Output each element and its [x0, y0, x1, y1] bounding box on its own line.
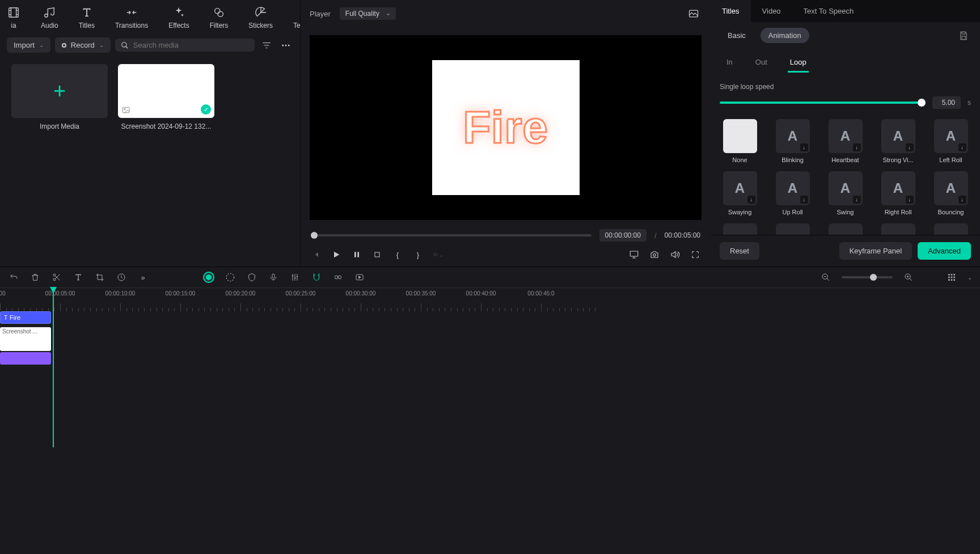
timeline-tracks[interactable]: T Fire Screenshot ...: [0, 311, 980, 425]
nav-audio[interactable]: Audio: [39, 5, 61, 31]
mark-out-button[interactable]: }: [413, 249, 423, 260]
animation-tile: A↓: [829, 171, 863, 205]
zoom-thumb[interactable]: [870, 274, 877, 281]
thumbnail-view-button[interactable]: [946, 272, 957, 283]
auto-ripple-toggle[interactable]: [203, 272, 214, 283]
save-preset-button[interactable]: [956, 28, 971, 43]
nav-filters[interactable]: Filters: [208, 5, 231, 31]
color-button[interactable]: [225, 272, 236, 283]
aspect-dropdown[interactable]: ⌄: [433, 249, 443, 260]
volume-button[interactable]: [670, 249, 680, 260]
title-clip[interactable]: T Fire: [0, 311, 51, 324]
preview-area[interactable]: Fire: [310, 35, 702, 220]
display-button[interactable]: [629, 249, 639, 260]
animation-tile: A↓: [934, 119, 968, 153]
animation-item[interactable]: A↓Down Roll: [771, 223, 814, 235]
animation-item[interactable]: A↓Left Roll: [930, 119, 972, 163]
tab-video[interactable]: Video: [751, 0, 792, 22]
speed-slider[interactable]: [720, 102, 926, 104]
crop-button[interactable]: [94, 272, 105, 283]
more-tools-button[interactable]: »: [137, 272, 149, 283]
animation-item[interactable]: None: [719, 119, 761, 163]
search-box[interactable]: [115, 39, 255, 52]
nav-titles[interactable]: Titles: [77, 5, 97, 31]
animation-item[interactable]: A↓Blinking: [771, 119, 814, 163]
render-button[interactable]: [354, 272, 365, 283]
undo-button[interactable]: [8, 272, 19, 283]
zoom-slider[interactable]: [842, 276, 893, 278]
mark-in-button[interactable]: {: [392, 249, 403, 260]
tab-tts[interactable]: Text To Speech: [792, 0, 865, 22]
anim-tab-loop[interactable]: Loop: [788, 53, 809, 73]
animation-item[interactable]: A↓MPEG Gli...: [930, 223, 972, 235]
animation-item[interactable]: A↓Up Roll: [771, 171, 814, 215]
ruler-mark: 00:00:40:00: [466, 290, 496, 297]
animation-item[interactable]: A↓Strong Vi...: [877, 119, 919, 163]
keyframe-panel-button[interactable]: Keyframe Panel: [839, 242, 913, 260]
tab-titles[interactable]: Titles: [711, 0, 751, 22]
nav-transitions[interactable]: Transitions: [113, 5, 150, 31]
nav-stickers[interactable]: Stickers: [246, 5, 275, 31]
search-input[interactable]: [133, 41, 249, 49]
nav-media[interactable]: ia: [5, 5, 23, 31]
media-tile-screenshot[interactable]: ✓ Screenshot 2024-09-12 132...: [118, 64, 214, 130]
fullscreen-button[interactable]: [690, 249, 700, 260]
svg-rect-36: [951, 277, 953, 278]
animation-item[interactable]: A↓Swaying: [719, 171, 761, 215]
import-media-tile[interactable]: + Import Media: [11, 64, 108, 130]
quality-select[interactable]: Full Quality: [340, 7, 396, 20]
anim-tab-out[interactable]: Out: [753, 53, 770, 73]
nav-effects[interactable]: Effects: [166, 5, 191, 31]
animation-item[interactable]: A↓Trembling: [719, 223, 761, 235]
timeline-ruler[interactable]: 0:0000:00:05:0000:00:10:0000:00:15:0000:…: [0, 287, 980, 311]
zoom-out-button[interactable]: [820, 272, 831, 283]
snapshot-button[interactable]: [686, 6, 702, 22]
player-scrubber[interactable]: [311, 234, 592, 236]
filter-button[interactable]: [259, 38, 274, 53]
split-button[interactable]: [51, 272, 62, 283]
more-button[interactable]: [278, 38, 293, 53]
camera-button[interactable]: [649, 249, 660, 260]
play-button[interactable]: [331, 249, 341, 260]
media-clip[interactable]: Screenshot ...: [0, 327, 51, 351]
animation-item[interactable]: A↓Right Roll: [877, 171, 919, 215]
subtab-animation[interactable]: Animation: [761, 28, 809, 43]
text-button[interactable]: [73, 272, 84, 283]
speed-button[interactable]: [116, 272, 127, 283]
advanced-button[interactable]: Advanced: [918, 242, 971, 260]
delete-button[interactable]: [29, 272, 41, 283]
speed-slider-thumb[interactable]: [918, 99, 926, 107]
svg-rect-0: [9, 8, 19, 18]
zoom-in-button[interactable]: [903, 272, 914, 283]
reset-button[interactable]: Reset: [720, 242, 759, 260]
effect-clip[interactable]: [0, 352, 51, 365]
animation-item[interactable]: A↓Heartbeat: [824, 119, 867, 163]
timeline-toolbar: » ⌄: [0, 267, 980, 287]
view-dropdown[interactable]: ⌄: [968, 274, 972, 281]
scrubber-thumb[interactable]: [311, 232, 318, 239]
magnetic-button[interactable]: [311, 272, 322, 283]
subtab-basic[interactable]: Basic: [720, 28, 754, 43]
animation-tile: A↓: [934, 223, 968, 235]
record-dropdown[interactable]: Record ⌄: [55, 37, 111, 53]
speed-value[interactable]: 5.00: [932, 96, 961, 109]
animation-item[interactable]: A↓Glitch: [877, 223, 919, 235]
svg-rect-26: [272, 274, 274, 278]
voiceover-button[interactable]: [268, 272, 279, 283]
animation-item[interactable]: A↓Rotate in...: [824, 223, 867, 235]
anim-tab-in[interactable]: In: [724, 53, 735, 73]
animation-tile: A↓: [776, 171, 810, 205]
stop-button[interactable]: [372, 249, 382, 260]
animation-item[interactable]: A↓Swing: [824, 171, 867, 215]
chevron-down-icon: ⌄: [99, 42, 104, 48]
import-dropdown[interactable]: Import ⌄: [7, 37, 50, 53]
svg-rect-16: [375, 252, 379, 257]
link-button[interactable]: [332, 272, 344, 283]
ruler-mark: 00:00:45:0: [527, 290, 554, 297]
audio-mixer-button[interactable]: [289, 272, 301, 283]
pause-button[interactable]: [352, 249, 362, 260]
marker-button[interactable]: [246, 272, 257, 283]
import-media-label: Import Media: [11, 122, 108, 130]
prev-frame-button[interactable]: [311, 249, 321, 260]
animation-item[interactable]: A↓Bouncing: [930, 171, 972, 215]
